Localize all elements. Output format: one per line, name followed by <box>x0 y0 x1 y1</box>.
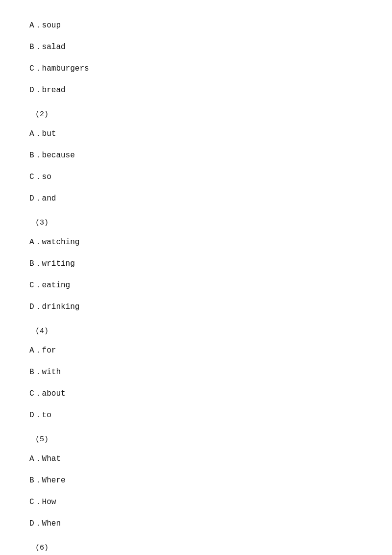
option-0-0: A．soup <box>29 15 363 36</box>
option-4-1: B．Where <box>29 470 363 491</box>
option-2-2: C．eating <box>29 275 363 296</box>
option-3-3: D．to <box>29 404 363 426</box>
option-1-1: B．because <box>29 145 363 166</box>
option-3-1: B．with <box>29 361 363 383</box>
section-label-4: (5) <box>35 433 363 446</box>
option-0-1: B．salad <box>29 36 363 58</box>
option-2-1: B．writing <box>29 253 363 275</box>
option-1-0: A．but <box>29 123 363 145</box>
option-2-3: D．drinking <box>29 296 363 318</box>
option-2-0: A．watching <box>29 231 363 253</box>
section-label-2: (3) <box>35 216 363 229</box>
option-4-0: A．What <box>29 448 363 470</box>
section-label-5: (6) <box>35 541 363 555</box>
option-3-2: C．about <box>29 383 363 404</box>
option-0-3: D．bread <box>29 79 363 101</box>
option-4-3: D．When <box>29 513 363 534</box>
section-label-1: (2) <box>35 108 363 121</box>
option-1-3: D．and <box>29 188 363 209</box>
section-label-3: (4) <box>35 325 363 338</box>
option-4-2: C．How <box>29 491 363 513</box>
option-1-2: C．so <box>29 166 363 188</box>
page-content: A．soupB．saladC．hamburgersD．bread(2)A．but… <box>0 0 392 555</box>
option-3-0: A．for <box>29 340 363 361</box>
option-0-2: C．hamburgers <box>29 58 363 79</box>
